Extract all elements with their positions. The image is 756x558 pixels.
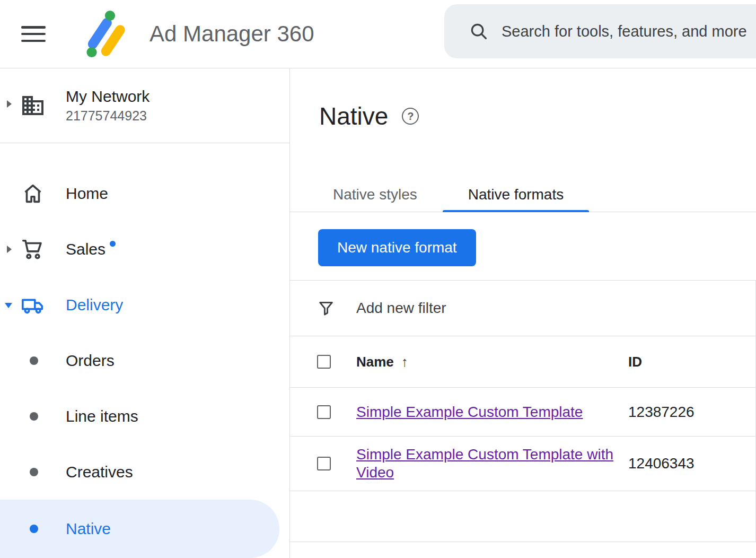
divider	[0, 143, 289, 143]
row-checkbox[interactable]	[317, 405, 331, 419]
expand-caret-icon[interactable]	[7, 246, 12, 253]
cart-icon	[20, 237, 46, 262]
home-icon	[20, 181, 46, 206]
bullet-icon	[30, 468, 38, 476]
tab-native-formats[interactable]: Native formats	[443, 178, 590, 212]
format-link[interactable]: Simple Example Custom Template with Vide…	[356, 446, 613, 481]
app-title: Ad Manager 360	[150, 21, 314, 47]
select-all-checkbox[interactable]	[317, 355, 331, 369]
column-header-name-label: Name	[356, 354, 394, 370]
search-bar[interactable]	[444, 4, 756, 58]
sidebar-item-label: Orders	[66, 352, 115, 370]
menu-icon[interactable]	[21, 25, 46, 43]
table-header-row: Name ↑ ID	[290, 336, 755, 387]
sidebar-item-creatives[interactable]: Creatives	[0, 444, 289, 500]
tab-native-styles[interactable]: Native styles	[307, 178, 443, 212]
sidebar-nav: Home Sales	[0, 165, 289, 558]
truck-icon	[20, 292, 46, 318]
search-icon	[469, 21, 489, 41]
filter-funnel-icon	[317, 299, 335, 317]
sidebar-item-label: Delivery	[66, 296, 123, 314]
help-icon[interactable]: ?	[402, 108, 419, 125]
bullet-icon	[30, 412, 38, 421]
network-selector[interactable]: My Network 21775744923	[0, 68, 289, 143]
native-formats-table: Add new filter Name ↑ ID Simple Example …	[290, 280, 756, 542]
sidebar-item-label: Sales	[66, 240, 106, 258]
sidebar-item-orders[interactable]: Orders	[0, 333, 289, 388]
sidebar-item-label: Line items	[66, 407, 138, 425]
search-input[interactable]	[502, 23, 756, 40]
notification-dot	[110, 241, 116, 247]
sidebar-item-native-selected[interactable]: Native	[0, 500, 279, 558]
main-content: Native ? Native styles Native formats Ne…	[290, 68, 756, 558]
bullet-icon	[30, 525, 38, 533]
format-id: 12406343	[628, 455, 755, 472]
topbar: Ad Manager 360	[0, 0, 756, 68]
sidebar-item-delivery[interactable]: Delivery	[0, 277, 289, 333]
collapse-caret-icon[interactable]	[5, 303, 12, 308]
add-filter-label: Add new filter	[356, 300, 446, 317]
empty-table-row	[290, 491, 755, 542]
table-row: Simple Example Custom Template with Vide…	[290, 436, 755, 491]
sidebar-item-label: Home	[66, 185, 108, 203]
sidebar-item-home[interactable]: Home	[0, 165, 289, 221]
format-link[interactable]: Simple Example Custom Template	[356, 404, 583, 420]
sidebar: My Network 21775744923 Home	[0, 68, 290, 558]
sidebar-item-label: Native	[66, 520, 111, 538]
network-id: 21775744923	[66, 108, 150, 124]
ad-manager-logo-icon	[80, 10, 128, 58]
sidebar-item-label: Creatives	[66, 463, 133, 481]
sort-ascending-icon: ↑	[401, 354, 408, 370]
row-checkbox[interactable]	[317, 457, 331, 470]
format-id: 12387226	[628, 404, 755, 421]
new-native-format-button[interactable]: New native format	[318, 229, 476, 266]
network-name: My Network	[66, 88, 150, 106]
column-header-id[interactable]: ID	[628, 354, 755, 370]
building-icon	[20, 93, 46, 118]
column-header-name[interactable]: Name ↑	[356, 354, 628, 370]
tab-bar: Native styles Native formats	[290, 178, 756, 212]
sidebar-item-sales[interactable]: Sales	[0, 221, 289, 277]
page-title: Native	[319, 102, 388, 130]
add-filter-bar[interactable]: Add new filter	[290, 280, 755, 336]
bullet-icon	[30, 356, 38, 365]
expand-caret-icon[interactable]	[7, 100, 12, 108]
table-row: Simple Example Custom Template 12387226	[290, 387, 755, 436]
sidebar-item-line-items[interactable]: Line items	[0, 388, 289, 444]
